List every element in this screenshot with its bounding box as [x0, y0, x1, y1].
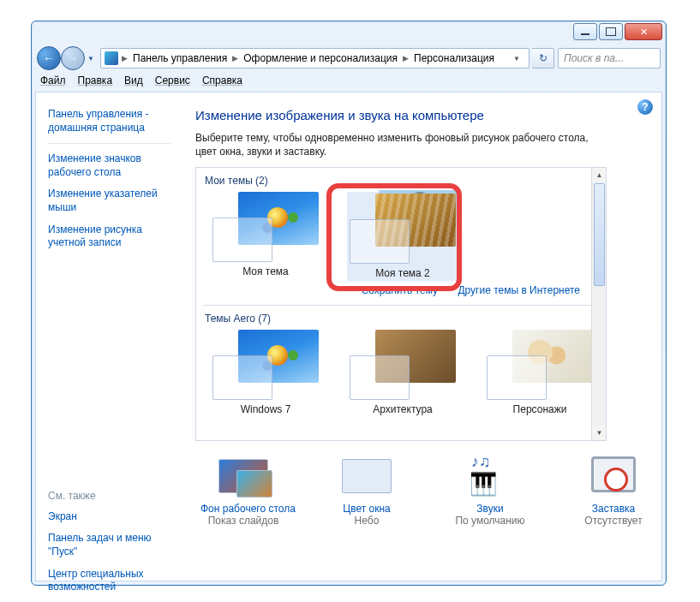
breadcrumb-mid[interactable]: Оформление и персонализация: [240, 52, 401, 64]
menu-view[interactable]: Вид: [124, 75, 143, 86]
sounds-icon: [463, 456, 518, 498]
theme-label: Персонажи: [484, 403, 595, 415]
nav-history-dropdown[interactable]: ▼: [85, 46, 97, 70]
sounds-title[interactable]: Звуки: [447, 503, 533, 515]
page-title: Изменение изображения и звука на компьют…: [195, 108, 656, 122]
sidebar-home-link[interactable]: Панель управления - домашняя страница: [48, 108, 171, 134]
breadcrumb-root[interactable]: Панель управления: [129, 52, 230, 64]
online-themes-link[interactable]: Другие темы в Интернете: [458, 284, 580, 296]
window-color-option[interactable]: Цвет окна Небо: [324, 456, 410, 527]
theme-label: Моя тема 2: [349, 267, 457, 279]
see-also-header: См. также: [48, 490, 171, 502]
scroll-thumb[interactable]: [594, 183, 605, 286]
theme-label: Архитектура: [347, 403, 458, 415]
theme-aero-characters[interactable]: Персонажи: [484, 330, 595, 415]
my-themes-links: Сохранить тему Другие темы в Интернете: [203, 281, 599, 301]
see-also-taskbar[interactable]: Панель задач и меню "Пуск": [48, 532, 171, 558]
scroll-up-button[interactable]: ▲: [592, 168, 607, 182]
search-input[interactable]: Поиск в па...: [558, 48, 661, 69]
theme-aero-windows7[interactable]: Windows 7: [210, 330, 321, 415]
titlebar[interactable]: [32, 21, 666, 45]
wallpaper-value: Показ слайдов: [200, 515, 286, 527]
divider: [203, 305, 599, 306]
help-icon[interactable]: ?: [637, 99, 653, 115]
sidebar-link-mouse-pointers[interactable]: Изменение указателей мыши: [48, 188, 171, 214]
sidebar: Панель управления - домашняя страница Из…: [36, 92, 180, 581]
theme-my-2[interactable]: Моя тема 2: [347, 192, 458, 281]
window-color-icon: [342, 459, 392, 493]
theme-row: Моя тема Моя тема 2: [203, 192, 599, 281]
screensaver-value: Отсутствует: [571, 515, 656, 527]
minimize-button[interactable]: [573, 23, 597, 40]
screensaver-title[interactable]: Заставка: [571, 503, 656, 515]
chevron-right-icon: ▶: [401, 54, 410, 63]
group-aero-label: Темы Aero (7): [205, 313, 599, 325]
menu-file[interactable]: Файл: [40, 75, 66, 86]
nav-arrows: ← → ▼: [37, 46, 97, 70]
back-button[interactable]: ←: [37, 46, 61, 70]
see-also-accessibility[interactable]: Центр специальных возможностей: [48, 568, 171, 594]
themes-scroll-panel: Мои темы (2) Моя тема Моя: [195, 167, 607, 441]
menu-service[interactable]: Сервис: [155, 75, 190, 86]
theme-label: Моя тема: [210, 265, 321, 277]
menu-help[interactable]: Справка: [202, 75, 242, 86]
screensaver-icon: [591, 456, 636, 492]
wallpaper-icon: [218, 459, 268, 493]
content-area: ? Изменение изображения и звука на компь…: [180, 92, 661, 581]
wallpaper-option[interactable]: Фон рабочего стола Показ слайдов: [200, 456, 286, 527]
navbar: ← → ▼ ▶ Панель управления ▶ Оформление и…: [37, 45, 661, 71]
screensaver-option[interactable]: Заставка Отсутствует: [571, 456, 656, 527]
chevron-right-icon: ▶: [230, 54, 240, 63]
group-my-themes-label: Мои темы (2): [205, 175, 599, 187]
sounds-option[interactable]: Звуки По умолчанию: [447, 456, 533, 527]
maximize-button[interactable]: [599, 23, 623, 40]
breadcrumb-leaf[interactable]: Персонализация: [410, 52, 498, 64]
bottom-options-row: Фон рабочего стола Показ слайдов Цвет ок…: [195, 441, 656, 527]
client-area: Панель управления - домашняя страница Из…: [35, 92, 662, 581]
close-button[interactable]: [625, 23, 662, 40]
sounds-value: По умолчанию: [447, 515, 533, 527]
forward-button[interactable]: →: [61, 46, 85, 70]
window-frame: ← → ▼ ▶ Панель управления ▶ Оформление и…: [31, 21, 667, 586]
address-bar[interactable]: ▶ Панель управления ▶ Оформление и персо…: [100, 48, 529, 69]
menu-edit[interactable]: Правка: [78, 75, 113, 86]
theme-row: Windows 7 Архитектура Персонажи: [203, 330, 599, 415]
theme-label: Windows 7: [210, 403, 321, 415]
theme-my-1[interactable]: Моя тема: [210, 192, 321, 281]
vertical-scrollbar[interactable]: ▲ ▼: [591, 168, 606, 440]
divider: [48, 143, 171, 144]
theme-aero-architecture[interactable]: Архитектура: [347, 330, 458, 415]
address-dropdown[interactable]: ▼: [508, 55, 525, 63]
sidebar-link-account-picture[interactable]: Изменение рисунка учетной записи: [48, 224, 171, 250]
window-color-title[interactable]: Цвет окна: [324, 503, 410, 515]
caption-buttons: [571, 23, 662, 40]
menubar: Файл Правка Вид Сервис Справка: [32, 71, 666, 90]
see-also-display[interactable]: Экран: [48, 510, 171, 524]
scroll-down-button[interactable]: ▼: [592, 426, 607, 440]
window-color-value: Небо: [324, 515, 410, 527]
control-panel-icon: [105, 51, 118, 65]
page-description: Выберите тему, чтобы одновременно измени…: [195, 131, 598, 158]
sidebar-link-desktop-icons[interactable]: Изменение значков рабочего стола: [48, 152, 171, 179]
wallpaper-title[interactable]: Фон рабочего стола: [200, 503, 286, 515]
refresh-button[interactable]: ↻: [532, 48, 554, 69]
save-theme-link[interactable]: Сохранить тему: [362, 284, 438, 296]
chevron-right-icon: ▶: [120, 54, 129, 63]
